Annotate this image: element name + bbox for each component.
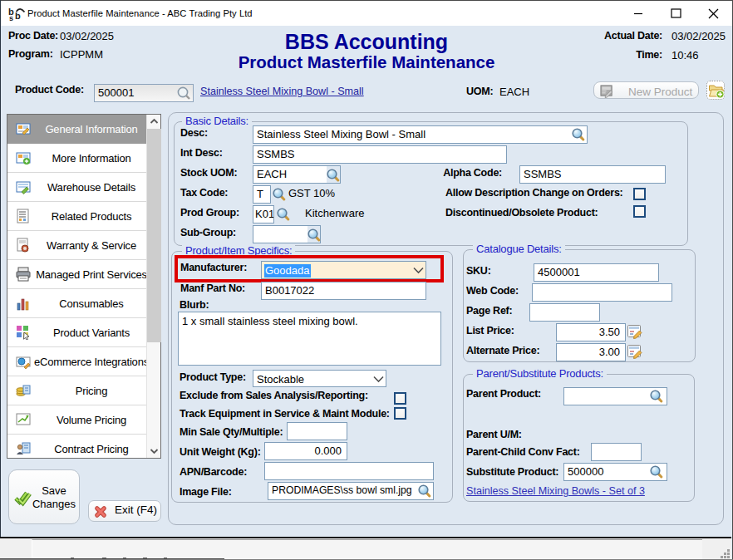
svg-text:b: b	[15, 11, 21, 21]
svg-text:s: s	[9, 14, 13, 22]
